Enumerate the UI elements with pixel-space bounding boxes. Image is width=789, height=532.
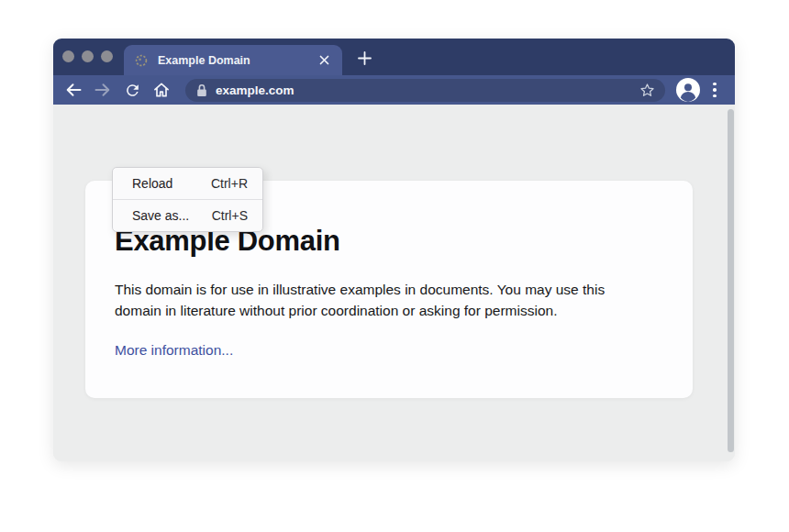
tab-close-icon[interactable] — [317, 53, 331, 68]
arrow-left-icon — [64, 81, 83, 99]
kebab-vertical-icon — [713, 83, 717, 86]
plus-icon — [358, 51, 372, 65]
padlock-icon — [196, 83, 207, 97]
dotted-globe-icon — [135, 54, 148, 67]
menu-item-label: Reload — [132, 176, 172, 191]
window-close-button[interactable] — [62, 50, 74, 62]
context-menu: Reload Ctrl+R Save as... Ctrl+S — [112, 167, 263, 232]
profile-avatar-button[interactable] — [676, 78, 700, 102]
house-icon — [152, 81, 171, 99]
toolbar: example.com — [53, 75, 735, 105]
menu-item-label: Save as... — [132, 208, 189, 223]
vertical-scrollbar[interactable] — [728, 109, 734, 452]
window-maximize-button[interactable] — [101, 50, 113, 62]
home-button[interactable] — [150, 79, 172, 101]
page-viewport: Example Domain This domain is for use in… — [53, 105, 735, 461]
url-text: example.com — [216, 83, 637, 97]
reload-button[interactable] — [121, 79, 143, 101]
tab-title: Example Domain — [158, 54, 317, 67]
browser-window: Example Domain — [53, 39, 735, 461]
bookmark-star-button[interactable] — [637, 80, 657, 100]
window-minimize-button[interactable] — [82, 50, 94, 62]
forward-button[interactable] — [92, 79, 114, 101]
browser-menu-button[interactable] — [706, 80, 724, 100]
menu-item-shortcut: Ctrl+S — [212, 208, 248, 223]
new-tab-button[interactable] — [354, 48, 374, 68]
traffic-lights — [62, 50, 113, 62]
tab-example-domain[interactable]: Example Domain — [124, 45, 342, 75]
back-button[interactable] — [62, 79, 84, 101]
menu-item-reload[interactable]: Reload Ctrl+R — [113, 168, 262, 199]
address-bar[interactable]: example.com — [185, 79, 665, 102]
page-paragraph: This domain is for use in illustrative e… — [115, 280, 649, 322]
star-outline-icon — [639, 82, 656, 99]
arrow-right-icon — [94, 81, 112, 99]
person-circle-icon — [676, 78, 700, 102]
menu-item-shortcut: Ctrl+R — [211, 176, 248, 191]
more-information-link[interactable]: More information... — [115, 342, 233, 359]
refresh-icon — [124, 82, 141, 99]
menu-item-save-as[interactable]: Save as... Ctrl+S — [113, 200, 262, 231]
titlebar: Example Domain — [53, 39, 735, 75]
